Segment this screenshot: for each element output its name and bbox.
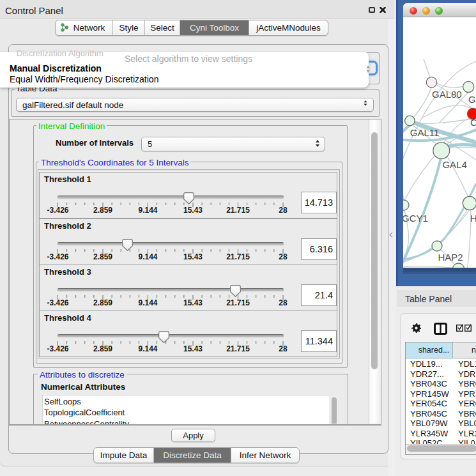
- svg-text:GAL11: GAL11: [410, 127, 440, 138]
- svg-text:C: C: [470, 117, 476, 128]
- svg-text:GA: GA: [468, 94, 476, 105]
- svg-text:GCY1: GCY1: [402, 213, 428, 224]
- svg-text:GAL80: GAL80: [432, 89, 462, 100]
- svg-text:HAP2: HAP2: [438, 252, 463, 263]
- svg-text:H: H: [470, 213, 476, 224]
- svg-text:GAL4: GAL4: [442, 159, 466, 170]
